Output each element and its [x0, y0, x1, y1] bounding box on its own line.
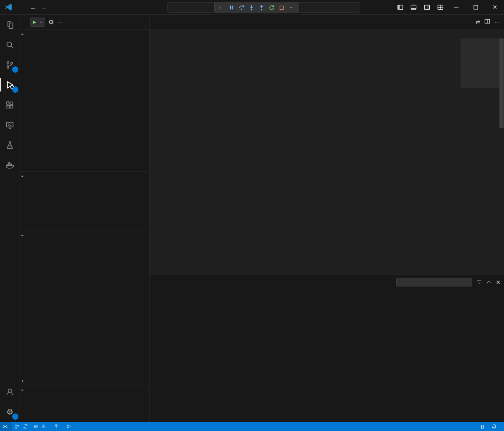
sync-icon [23, 424, 28, 429]
pause-button[interactable] [226, 3, 236, 12]
remote-icon: >< [3, 424, 7, 429]
editor-actions: ⇄ ⋯ [476, 15, 504, 29]
call-stack-section-header[interactable]: › [20, 231, 149, 240]
status-bar: >< ⊘ ⚠ {} [0, 422, 504, 431]
debug-toolbar: ⠿ › [214, 2, 299, 13]
indentation[interactable] [460, 422, 466, 431]
breadcrumb [149, 29, 504, 38]
compare-changes-icon[interactable]: ⇄ [476, 19, 480, 25]
configure-gear-icon[interactable]: ⚙ [48, 18, 54, 26]
error-icon: ⊘ [34, 423, 38, 429]
braces-icon: {} [481, 424, 484, 429]
toggle-secondary-sidebar-icon[interactable] [420, 2, 433, 13]
step-into-button[interactable] [246, 3, 256, 12]
eol[interactable] [472, 422, 478, 431]
debug-toolbar-dropdown-icon[interactable]: › [286, 3, 296, 12]
maximize-button[interactable] [466, 0, 485, 14]
ports-item[interactable] [51, 422, 63, 431]
scrollbar-thumb[interactable] [499, 38, 504, 128]
extensions-icon[interactable] [0, 95, 20, 115]
close-panel-icon[interactable]: ✕ [496, 279, 501, 286]
settings-gear-icon[interactable]: ⚙ [0, 402, 20, 422]
notifications-bell[interactable] [489, 422, 500, 431]
watch-section-header[interactable]: › [20, 171, 149, 180]
call-stack-list [20, 240, 149, 376]
more-actions-icon[interactable]: ⋯ [494, 19, 500, 25]
history-nav: ← → [30, 4, 47, 11]
start-debugging-icon[interactable]: ▶ [33, 20, 36, 24]
vscode-window: ← → ⠿ [0, 0, 504, 431]
nav-forward-icon[interactable]: → [41, 4, 47, 11]
bell-icon [491, 424, 497, 429]
toggle-panel-icon[interactable] [407, 2, 420, 13]
nav-back-icon[interactable]: ← [30, 4, 36, 11]
title-bar: ← → ⠿ [0, 0, 504, 15]
debug-badge [12, 86, 18, 93]
customize-layout-icon[interactable] [434, 2, 446, 13]
explorer-icon[interactable] [0, 15, 20, 35]
restart-button[interactable] [266, 3, 276, 12]
command-center[interactable]: ⠿ › [167, 2, 360, 13]
editor-scrollbar[interactable] [499, 38, 504, 275]
activity-bar: ⚙ [0, 15, 20, 422]
toggle-sidebar-icon[interactable] [394, 2, 406, 13]
remote-indicator[interactable]: >< [0, 422, 12, 431]
language-mode[interactable]: {} [478, 422, 489, 431]
remote-explorer-icon[interactable] [0, 115, 20, 135]
encoding[interactable] [466, 422, 472, 431]
vscode-logo [4, 3, 13, 11]
source-control-icon[interactable] [0, 55, 20, 75]
breakpoints-section-header[interactable]: › [20, 385, 149, 394]
chevron-icon: › [20, 175, 25, 177]
run-and-debug-icon[interactable] [0, 75, 20, 95]
step-over-button[interactable] [236, 3, 246, 12]
stop-button[interactable] [276, 3, 286, 12]
titlebar-right: ─ ✕ [394, 0, 504, 14]
chevron-icon: › [20, 389, 25, 390]
minimap-slider[interactable] [461, 38, 499, 88]
problems-item[interactable]: ⊘ ⚠ [31, 422, 51, 431]
console-filter-input[interactable] [396, 278, 472, 286]
debug-console-output [149, 289, 504, 422]
variables-section-header[interactable]: › [20, 29, 149, 38]
accounts-icon[interactable] [0, 382, 20, 402]
search-icon[interactable] [0, 35, 20, 55]
warning-icon: ⚠ [41, 423, 46, 429]
variables-body [20, 38, 149, 171]
close-button[interactable]: ✕ [486, 0, 504, 14]
editor-tab-bar: ⇄ ⋯ [149, 15, 504, 29]
run-and-debug-sidebar: ▶ › ⚙ ⋯ › › › [20, 15, 149, 422]
split-editor-icon[interactable] [484, 18, 490, 25]
debug-status-item[interactable] [63, 422, 76, 431]
filter-icon[interactable] [476, 279, 482, 285]
chevron-icon: › [20, 234, 25, 236]
docker-icon[interactable] [0, 155, 20, 175]
chevron-right-icon: › [22, 378, 23, 384]
loaded-scripts-section-header[interactable]: › [20, 376, 149, 385]
maximize-panel-icon[interactable] [486, 279, 491, 285]
code-editor[interactable] [149, 38, 504, 275]
settings-badge [12, 413, 18, 420]
branch-icon [15, 424, 20, 429]
testing-icon[interactable] [0, 135, 20, 155]
scm-badge [12, 66, 18, 73]
chevron-down-icon: › [38, 21, 44, 23]
ports-icon [53, 424, 59, 429]
bottom-panel: ✕ [149, 275, 504, 422]
breakpoints-list [20, 394, 149, 422]
git-branch-item[interactable] [12, 422, 31, 431]
watch-body [20, 180, 149, 231]
launch-config-select[interactable]: ▶ › [30, 18, 45, 27]
step-out-button[interactable] [256, 3, 266, 12]
debug-play-icon [66, 424, 71, 429]
debug-views-more-icon[interactable]: ⋯ [57, 19, 63, 25]
cursor-position[interactable] [454, 422, 460, 431]
toolbar-drag-grip[interactable]: ⠿ [216, 3, 226, 12]
minimize-button[interactable]: ─ [447, 0, 466, 14]
chevron-icon: › [20, 33, 25, 35]
